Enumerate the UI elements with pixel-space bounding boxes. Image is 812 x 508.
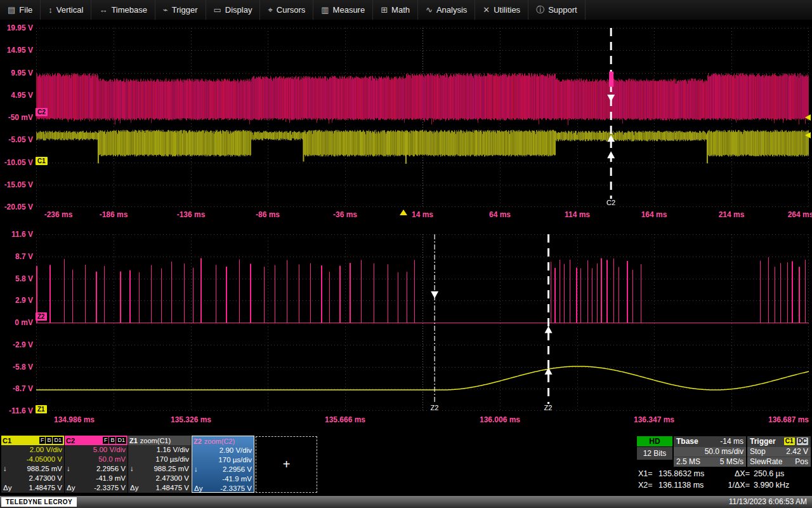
badge-b: B [46,437,52,444]
menu-label: Timebase [111,5,147,15]
cursor-down-icon: ↓ [194,465,206,474]
timebase-icon: ↔ [99,5,107,15]
cursor2-label-z2[interactable]: Z2 [542,404,554,412]
display-icon: ▭ [214,5,221,15]
plot2-x-tick: 136.687 ms [768,415,809,424]
plot2-y-tick: -2.9 V [0,340,33,349]
cursor-y2-value: 2.47300 V [141,474,189,483]
support-icon: ⓘ [536,4,544,16]
x2-label: X2= [638,479,658,491]
menu-display[interactable]: ▭Display [206,0,261,20]
z1-zero-badge[interactable]: Z1 [36,405,47,413]
trace-descriptor-c1[interactable]: C1FBD1 2.00 V/div -4.05000 V ↓988.25 mV … [1,436,64,493]
row-prefix [67,455,78,464]
menu-analysis[interactable]: ∿Analysis [418,0,475,20]
main-grid-canvas[interactable] [36,28,809,207]
row-prefix [67,474,78,483]
badge-f: F [39,437,46,444]
delta-y-label: Δy [194,484,206,493]
plot1-x-tick: 214 ms [719,210,745,219]
plot1-x-tick: -36 ms [333,210,357,219]
cursor-down-icon: ↓ [67,464,78,474]
hd-label: HD [637,436,672,446]
plot1-x-tick: 164 ms [641,210,667,219]
row-prefix [194,455,206,465]
trigger-icon: ⌁ [163,5,168,15]
menu-file[interactable]: ▤File [0,0,41,20]
menu-vertical[interactable]: ↕Vertical [41,0,91,20]
plot2-x-tick: 136.347 ms [634,415,674,424]
trigger-level: 2.42 V [786,447,808,457]
trigger-coupling-badge: DC [797,438,808,445]
plot1-y-tick: -15.05 V [0,180,33,189]
tdiv-value: 170 µs/div [206,455,252,465]
menu-timebase[interactable]: ↔Timebase [91,0,155,20]
cursor-y1-value: 988.25 mV [15,464,62,474]
trigger-position-icon[interactable] [400,210,407,215]
trace-descriptor-z1[interactable]: Z1zoom(C1) 1.16 V/div 170 µs/div ↓988.25… [128,436,191,493]
analysis-icon: ∿ [426,5,433,15]
plot2-y-tick: 0 mV [0,318,33,327]
teledyne-lecroy-logo: TELEDYNE LECROY [1,497,77,507]
trace-source: zoom(C2) [204,438,235,445]
cursor-y2-value: -41.9 mV [78,474,126,483]
trigger-descriptor[interactable]: TriggerC1DC Stop2.42 V SlewRatePos [747,436,811,467]
add-trace-button[interactable]: + [256,436,317,493]
tbase-offset: -14 ms [720,437,743,446]
cursor1-label-z2[interactable]: Z2 [429,404,441,412]
badge-f: F [103,437,109,444]
menu-support[interactable]: ⓘSupport [528,0,586,20]
plot2-y-tick: -11.6 V [0,406,33,415]
plot2-y-tick: -5.8 V [0,363,33,371]
menu-utilities[interactable]: ✕Utilities [475,0,528,20]
plot1-x-tick: 64 ms [489,210,511,219]
right-edge-marker-icon[interactable] [805,114,811,121]
zoom-grid-canvas[interactable] [36,234,809,411]
file-icon: ▤ [8,5,15,15]
menu-label: Analysis [436,5,467,15]
menu-math[interactable]: ⊞Math [373,0,418,20]
right-edge-marker-icon[interactable] [805,132,811,138]
menu-cursors[interactable]: ⌖Cursors [260,0,313,20]
dx-value: 250.6 µs [754,468,808,479]
badge-d1: D1 [116,437,126,444]
trace-descriptor-z2-selected[interactable]: Z2zoom(C2) 2.90 V/div 170 µs/div ↓2.2956… [192,436,254,493]
timebase-descriptor[interactable]: Tbase-14 ms 50.0 ms/div 2.5 MS5 MS/s [674,436,746,467]
cursors-icon: ⌖ [268,5,272,15]
cursor-y2-value: 2.47300 V [15,474,62,483]
plot1-y-tick: -5.05 V [0,135,33,144]
delta-y-label: Δy [67,483,78,493]
vdiv-value: 2.00 V/div [15,445,62,455]
c1-zero-badge[interactable]: C1 [36,157,48,165]
vdiv-value: 2.90 V/div [206,446,252,455]
invdx-label: 1/ΔX= [722,479,750,491]
x2-value: 136.1138 ms [658,479,722,491]
badge-b: B [109,437,115,444]
row-prefix [194,446,206,455]
trace-descriptor-c2[interactable]: C2FBD1 5.00 V/div 50.0 mV ↓2.2956 V -41.… [65,436,128,493]
cursor-label-c2[interactable]: C2 [605,199,617,207]
menu-label: Cursors [277,5,306,15]
row-prefix [130,474,141,483]
menu-label: Measure [333,5,365,15]
plot1-x-tick: -86 ms [256,210,280,219]
datetime: 11/13/2023 6:06:53 AM [729,496,807,508]
row-prefix [130,445,141,455]
cursor-y2-value: -41.9 mV [206,474,252,484]
row-prefix [3,474,15,483]
plot2-x-tick: 136.006 ms [480,415,520,424]
tbase-samples: 2.5 MS [676,457,700,467]
z2-zero-badge[interactable]: Z2 [36,312,47,321]
plot1-y-tick: -10.05 V [0,158,33,167]
c2-zero-badge[interactable]: C2 [36,108,48,116]
hd-indicator: HD 12 Bits [637,436,672,460]
trigger-source-badge: C1 [784,438,795,445]
menu-trigger[interactable]: ⌁Trigger [155,0,206,20]
plot1-y-tick: 14.95 V [0,46,33,55]
cursor-y1-value: 2.2956 V [78,464,126,474]
menu-measure[interactable]: ▥Measure [313,0,373,20]
trigger-label: Trigger [750,437,776,446]
plot2-y-tick: 8.7 V [0,252,33,261]
menu-label: Support [548,5,577,15]
menu-label: File [19,5,32,15]
